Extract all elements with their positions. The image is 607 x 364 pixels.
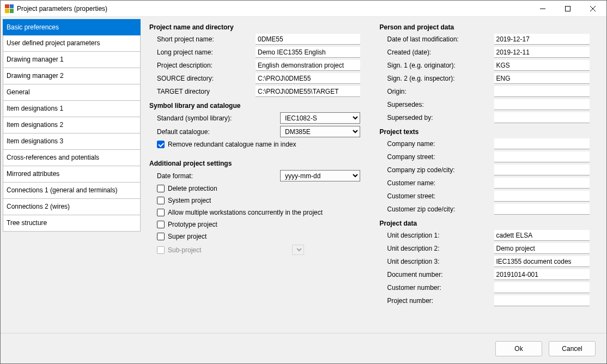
unit3-label: Unit description 3: <box>387 258 491 265</box>
short-project-name-label: Short project name: <box>157 35 252 43</box>
sidebar-item-drawing-manager-1[interactable]: Drawing manager 1 <box>3 52 141 68</box>
company-name-input[interactable] <box>494 138 590 149</box>
sidebar-item-user-defined-project-parameters[interactable]: User defined project parameters <box>3 35 141 52</box>
section-person-title: Person and project data <box>378 20 602 32</box>
target-directory-label: TARGET directory <box>157 88 252 95</box>
created-date-input[interactable] <box>494 47 590 58</box>
right-column: Person and project data Date of last mod… <box>378 20 602 330</box>
unit2-label: Unit description 2: <box>387 245 491 252</box>
sidebar-item-drawing-manager-2[interactable]: Drawing manager 2 <box>3 68 141 84</box>
superseded-by-input[interactable] <box>494 112 590 123</box>
customer-number-input[interactable] <box>494 282 590 293</box>
unit3-input[interactable] <box>494 256 590 267</box>
project-number-label: Project number: <box>387 297 491 305</box>
sidebar-item-tree-structure[interactable]: Tree structure <box>3 215 141 232</box>
company-zip-input[interactable] <box>494 165 590 175</box>
document-number-input[interactable] <box>494 269 590 280</box>
customer-name-label: Customer name: <box>387 179 491 187</box>
multi-workstation-checkbox[interactable] <box>157 209 165 216</box>
origin-label: Origin: <box>387 88 491 95</box>
delete-protection-label: Delete protection <box>168 185 217 192</box>
unit2-input[interactable] <box>494 243 590 254</box>
supersedes-label: Supersedes: <box>387 101 491 108</box>
sidebar-item-item-designations-2[interactable]: Item designations 2 <box>3 117 141 134</box>
close-button[interactable] <box>580 1 605 17</box>
customer-name-input[interactable] <box>494 178 590 189</box>
super-project-label: Super project <box>168 233 207 240</box>
cancel-button[interactable]: Cancel <box>549 341 596 356</box>
section-additional-title: Additional project settings <box>147 156 371 168</box>
maximize-button[interactable] <box>555 1 580 17</box>
sidebar-item-connections-1-general-and-terminals[interactable]: Connections 1 (general and terminals) <box>3 183 141 199</box>
project-description-input[interactable] <box>256 60 360 71</box>
section-project-data-title: Project data <box>378 216 602 228</box>
sign1-label: Sign. 1 (e.g. originator): <box>387 62 491 69</box>
prototype-project-label: Prototype project <box>168 221 217 228</box>
sub-project-checkbox <box>157 246 165 254</box>
default-catalogue-select[interactable]: DM385E <box>280 126 360 137</box>
project-number-input[interactable] <box>494 295 590 306</box>
default-catalogue-label: Default catalogue: <box>157 128 277 136</box>
window-title: Project parameters (properties) <box>17 5 530 13</box>
minimize-button[interactable] <box>530 1 555 17</box>
sidebar: Basic preferencesUser defined project pa… <box>3 19 141 333</box>
short-project-name-input[interactable] <box>256 34 360 45</box>
section-symbol-title: Symbol library and catalogue <box>147 99 371 111</box>
last-modification-input[interactable] <box>494 34 590 45</box>
created-date-label: Created (date): <box>387 48 491 56</box>
date-format-select[interactable]: yyyy-mm-dd <box>280 170 360 181</box>
left-column: Project name and directory Short project… <box>147 20 371 330</box>
system-project-label: System project <box>168 197 211 204</box>
origin-input[interactable] <box>494 86 590 97</box>
customer-street-input[interactable] <box>494 191 590 202</box>
standard-library-label: Standard (symbol library): <box>157 114 277 122</box>
super-project-checkbox[interactable] <box>157 233 165 240</box>
content-area: Project name and directory Short project… <box>146 19 604 333</box>
app-icon <box>5 4 14 13</box>
sidebar-item-item-designations-1[interactable]: Item designations 1 <box>3 101 141 117</box>
sidebar-item-mirrored-attributes[interactable]: Mirrored attributes <box>3 166 141 183</box>
sub-project-select <box>292 245 304 255</box>
customer-number-label: Customer number: <box>387 284 491 292</box>
source-directory-input[interactable] <box>256 73 360 84</box>
sub-project-label: Sub-project <box>168 246 289 254</box>
long-project-name-input[interactable] <box>256 47 360 58</box>
company-name-label: Company name: <box>387 140 491 148</box>
delete-protection-checkbox[interactable] <box>157 185 165 192</box>
remove-redundant-label: Remove redundant catalogue name in index <box>168 141 296 148</box>
sign2-label: Sign. 2 (e.g. inspector): <box>387 75 491 82</box>
titlebar: Project parameters (properties) <box>1 1 606 17</box>
customer-zip-label: Customer zip code/city: <box>387 205 491 213</box>
ok-button[interactable]: Ok <box>495 341 542 356</box>
sidebar-item-connections-2-wires[interactable]: Connections 2 (wires) <box>3 199 141 215</box>
window-frame: Project parameters (properties) Basic pr… <box>0 0 607 364</box>
company-street-input[interactable] <box>494 151 590 162</box>
sign2-input[interactable] <box>494 73 590 84</box>
source-directory-label: SOURCE directory: <box>157 75 252 82</box>
prototype-project-checkbox[interactable] <box>157 221 165 228</box>
document-number-label: Document number: <box>387 271 491 278</box>
svg-rect-1 <box>566 6 570 11</box>
customer-zip-input[interactable] <box>494 204 590 215</box>
company-zip-label: Company zip code/city: <box>387 166 491 174</box>
unit1-input[interactable] <box>494 230 590 241</box>
supersedes-input[interactable] <box>494 99 590 110</box>
unit1-label: Unit description 1: <box>387 232 491 239</box>
date-format-label: Date format: <box>157 172 277 180</box>
target-directory-input[interactable] <box>256 86 360 97</box>
sidebar-item-item-designations-3[interactable]: Item designations 3 <box>3 134 141 150</box>
project-description-label: Project description: <box>157 62 252 69</box>
section-project-name-title: Project name and directory <box>147 20 371 32</box>
sidebar-item-general[interactable]: General <box>3 84 141 101</box>
company-street-label: Company street: <box>387 153 491 161</box>
sign1-input[interactable] <box>494 60 590 71</box>
sidebar-item-cross-references-and-potentials[interactable]: Cross-references and potentials <box>3 150 141 166</box>
long-project-name-label: Long project name: <box>157 48 252 56</box>
remove-redundant-checkbox[interactable] <box>157 141 165 148</box>
system-project-checkbox[interactable] <box>157 197 165 204</box>
multi-workstation-label: Allow multiple workstations concurrently… <box>168 209 323 216</box>
standard-library-select[interactable]: IEC1082-S <box>280 112 360 124</box>
customer-street-label: Customer street: <box>387 192 491 200</box>
sidebar-item-basic-preferences[interactable]: Basic preferences <box>3 19 141 35</box>
footer: Ok Cancel <box>1 333 606 363</box>
